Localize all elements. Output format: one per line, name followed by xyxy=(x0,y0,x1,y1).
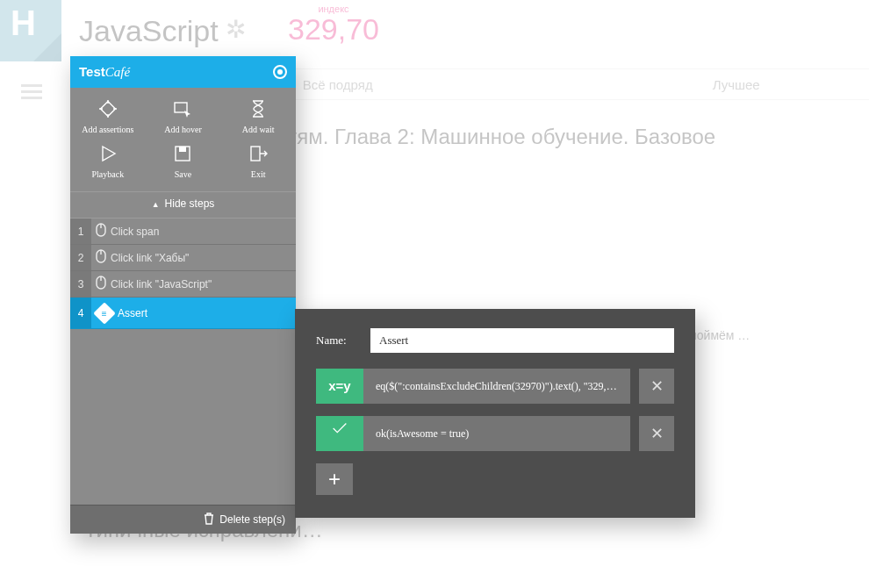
exit-button[interactable]: Exit xyxy=(227,143,289,179)
add-wait-icon xyxy=(248,98,269,119)
svg-rect-0 xyxy=(100,102,115,117)
step-detail-panel: Name: x=y eq($(":containsExcludeChildren… xyxy=(295,309,695,518)
tool-label: Playback xyxy=(92,169,125,179)
menu-icon[interactable] xyxy=(21,81,42,103)
steps-list: 1 Click span 2 Click link "Хабы" 3 Click… xyxy=(70,218,296,329)
close-icon: ✕ xyxy=(650,376,664,396)
assert-icon: ≡ xyxy=(93,302,115,324)
assertion-row: ok(isAwesome = true) ✕ xyxy=(316,416,674,451)
check-icon xyxy=(316,416,363,451)
step-row[interactable]: 2 Click link "Хабы" xyxy=(70,245,296,271)
chevron-up-icon: ▲ xyxy=(152,200,160,209)
delete-assertion-button[interactable]: ✕ xyxy=(639,416,674,451)
name-label: Name: xyxy=(316,333,358,348)
add-assertion-button[interactable]: + xyxy=(316,463,353,495)
assertion-text[interactable]: ok(isAwesome = true) xyxy=(363,416,630,451)
site-logo: H xyxy=(0,0,61,61)
step-label: Click span xyxy=(111,226,159,238)
assertion-row: x=y eq($(":containsExcludeChildren(32970… xyxy=(316,369,674,404)
record-indicator-icon[interactable] xyxy=(273,65,287,79)
assertion-text[interactable]: eq($(":containsExcludeChildren(32970)").… xyxy=(363,369,630,404)
add-wait-button[interactable]: Add wait xyxy=(227,98,289,134)
add-assertions-icon xyxy=(97,98,118,119)
step-label: Click link "Хабы" xyxy=(111,252,189,264)
delete-steps-button[interactable]: Delete step(s) xyxy=(70,505,296,534)
hide-steps-toggle[interactable]: ▲Hide steps xyxy=(70,191,296,218)
add-assertions-button[interactable]: Add assertions xyxy=(77,98,139,134)
step-number: 3 xyxy=(70,271,91,297)
eq-icon: x=y xyxy=(316,369,363,404)
save-icon xyxy=(172,143,193,164)
add-hover-button[interactable]: Add hover xyxy=(152,98,213,134)
tool-label: Save xyxy=(175,169,191,179)
index-badge: индекс 329,70 xyxy=(288,4,379,44)
step-row[interactable]: 1 Click span xyxy=(70,219,296,245)
step-label: Assert xyxy=(118,307,147,319)
svg-rect-3 xyxy=(179,147,186,152)
svg-rect-1 xyxy=(175,103,187,112)
mouse-icon xyxy=(91,249,111,266)
tool-label: Add assertions xyxy=(82,125,133,134)
exit-icon xyxy=(248,143,269,164)
step-label: Click link "JavaScript" xyxy=(111,278,212,290)
step-number: 4 xyxy=(70,298,91,328)
playback-button[interactable]: Playback xyxy=(77,143,139,179)
tab-best[interactable]: Лучшее xyxy=(603,69,869,99)
delete-assertion-button[interactable]: ✕ xyxy=(639,369,674,404)
panel-header: TestCafé xyxy=(70,56,296,88)
testcafe-panel: TestCafé Add assertions Add hover xyxy=(70,56,296,534)
mouse-icon xyxy=(91,223,111,240)
tool-label: Add hover xyxy=(164,125,202,134)
step-number: 1 xyxy=(70,219,91,244)
tool-label: Add wait xyxy=(242,125,275,134)
page-title: JavaScript ✲ xyxy=(79,16,246,46)
playback-icon xyxy=(97,143,118,164)
testcafe-logo: TestCafé xyxy=(79,64,130,80)
close-icon: ✕ xyxy=(650,424,664,443)
step-row-active[interactable]: 4 ≡ Assert xyxy=(70,298,296,329)
step-name-input[interactable] xyxy=(370,328,674,353)
save-button[interactable]: Save xyxy=(152,143,213,179)
step-number: 2 xyxy=(70,245,91,270)
tool-label: Exit xyxy=(251,169,266,179)
add-hover-icon xyxy=(172,98,193,119)
svg-rect-4 xyxy=(251,147,260,161)
panel-toolbar: Add assertions Add hover Add wait Pla xyxy=(70,88,296,191)
step-row[interactable]: 3 Click link "JavaScript" xyxy=(70,271,296,298)
mouse-icon xyxy=(91,276,111,292)
trash-icon xyxy=(204,513,214,525)
